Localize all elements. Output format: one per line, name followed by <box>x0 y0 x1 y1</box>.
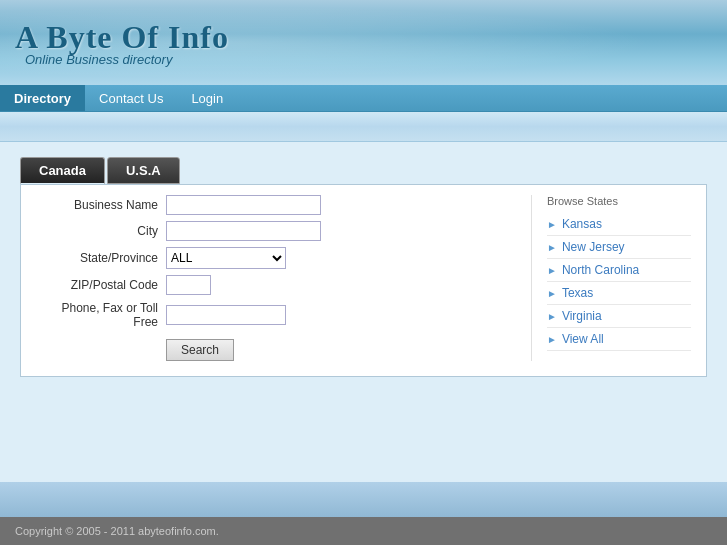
arrow-icon: ► <box>547 242 557 253</box>
state-link-kansas[interactable]: ► Kansas <box>547 213 691 236</box>
state-link-texas-label: Texas <box>562 286 593 300</box>
state-link-virginia[interactable]: ► Virginia <box>547 305 691 328</box>
navbar: Directory Contact Us Login <box>0 85 727 112</box>
logo-title: A Byte Of Info <box>15 19 229 56</box>
search-button-row: Search <box>36 335 521 361</box>
state-link-viewall-label: View All <box>562 332 604 346</box>
search-box: Business Name City State/Province ALL Al… <box>20 184 707 377</box>
arrow-icon: ► <box>547 288 557 299</box>
phone-row: Phone, Fax or Toll Free <box>36 301 521 329</box>
search-button[interactable]: Search <box>166 339 234 361</box>
zip-input[interactable] <box>166 275 211 295</box>
arrow-icon: ► <box>547 334 557 345</box>
state-link-northcarolina-label: North Carolina <box>562 263 639 277</box>
arrow-icon: ► <box>547 265 557 276</box>
arrow-icon: ► <box>547 311 557 322</box>
nav-contact[interactable]: Contact Us <box>85 85 177 111</box>
city-input[interactable] <box>166 221 321 241</box>
state-link-texas[interactable]: ► Texas <box>547 282 691 305</box>
tab-usa[interactable]: U.S.A <box>107 157 180 184</box>
business-name-row: Business Name <box>36 195 521 215</box>
main-content: Canada U.S.A Business Name City State/Pr… <box>0 142 727 482</box>
state-link-newjersey[interactable]: ► New Jersey <box>547 236 691 259</box>
city-row: City <box>36 221 521 241</box>
state-province-select[interactable]: ALL Alberta British Columbia Manitoba Ne… <box>166 247 286 269</box>
browse-states: Browse States ► Kansas ► New Jersey ► No… <box>531 195 691 361</box>
footer: Copyright © 2005 - 2011 abyteofinfo.com. <box>0 517 727 545</box>
subheader-band <box>0 112 727 142</box>
zip-label: ZIP/Postal Code <box>36 278 166 292</box>
state-link-northcarolina[interactable]: ► North Carolina <box>547 259 691 282</box>
state-link-kansas-label: Kansas <box>562 217 602 231</box>
state-province-row: State/Province ALL Alberta British Colum… <box>36 247 521 269</box>
header: A Byte Of Info Online Business directory <box>0 0 727 85</box>
phone-input[interactable] <box>166 305 286 325</box>
state-link-virginia-label: Virginia <box>562 309 602 323</box>
phone-label: Phone, Fax or Toll Free <box>36 301 166 329</box>
browse-states-title: Browse States <box>547 195 691 207</box>
nav-login[interactable]: Login <box>177 85 237 111</box>
city-label: City <box>36 224 166 238</box>
copyright-text: Copyright © 2005 - 2011 abyteofinfo.com. <box>15 525 219 537</box>
tab-canada[interactable]: Canada <box>20 157 105 184</box>
business-name-label: Business Name <box>36 198 166 212</box>
state-link-newjersey-label: New Jersey <box>562 240 625 254</box>
zip-row: ZIP/Postal Code <box>36 275 521 295</box>
form-area: Business Name City State/Province ALL Al… <box>36 195 521 361</box>
nav-directory[interactable]: Directory <box>0 85 85 111</box>
state-link-viewall[interactable]: ► View All <box>547 328 691 351</box>
state-province-label: State/Province <box>36 251 166 265</box>
business-name-input[interactable] <box>166 195 321 215</box>
footer-band <box>0 482 727 517</box>
logo-area: A Byte Of Info Online Business directory <box>15 19 229 67</box>
tabs: Canada U.S.A <box>20 157 707 184</box>
arrow-icon: ► <box>547 219 557 230</box>
